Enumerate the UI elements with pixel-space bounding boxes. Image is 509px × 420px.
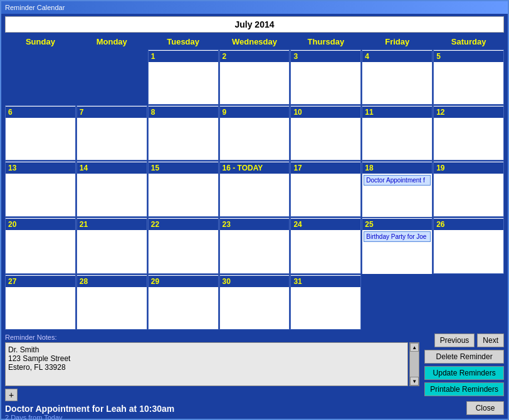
cal-cell[interactable]: 25Birthday Party for Joe bbox=[362, 218, 433, 274]
day-header-tuesday: Tuesday bbox=[148, 35, 219, 48]
reminder-section: Reminder Notes: ▲ ▼ + Doctor Appointment… bbox=[5, 333, 419, 420]
cell-date-9: 9 bbox=[220, 107, 290, 118]
cal-cell[interactable]: 23 bbox=[219, 218, 290, 274]
reminder-info: Doctor Appointment for Leah at 10:30am 2… bbox=[5, 404, 419, 420]
cal-cell[interactable]: 27 bbox=[5, 275, 76, 330]
cell-body bbox=[434, 118, 503, 159]
bottom-area: Reminder Notes: ▲ ▼ + Doctor Appointment… bbox=[1, 331, 508, 419]
cell-body bbox=[149, 62, 218, 103]
cell-date-10: 10 bbox=[291, 107, 360, 118]
cell-body bbox=[434, 230, 503, 273]
cell-body bbox=[434, 174, 503, 216]
cell-date-14: 14 bbox=[77, 162, 147, 174]
cell-body bbox=[77, 174, 147, 216]
cell-date-28: 28 bbox=[77, 276, 147, 287]
cell-date-2: 2 bbox=[220, 51, 290, 62]
window-title: Reminder Calendar bbox=[5, 4, 65, 11]
reminder-textarea[interactable] bbox=[5, 342, 408, 386]
event-item[interactable]: Birthday Party for Joe bbox=[364, 231, 431, 242]
cell-date-19: 19 bbox=[434, 162, 503, 174]
nav-row: Previous Next bbox=[424, 333, 504, 347]
cal-cell[interactable] bbox=[5, 50, 76, 105]
cal-cell[interactable] bbox=[76, 50, 147, 105]
cal-cell[interactable]: 22 bbox=[148, 218, 219, 274]
cal-cell[interactable]: 21 bbox=[76, 218, 147, 274]
printable-button[interactable]: Printable Reminders bbox=[424, 382, 504, 396]
scroll-up-arrow[interactable]: ▲ bbox=[410, 343, 419, 352]
cal-cell[interactable]: 26 bbox=[433, 218, 504, 274]
cal-cell[interactable]: 3 bbox=[290, 50, 361, 105]
delete-button[interactable]: Delete Reminder bbox=[424, 350, 504, 364]
cal-cell[interactable]: 7 bbox=[76, 105, 147, 160]
next-button[interactable]: Next bbox=[477, 333, 504, 347]
cal-cell[interactable]: 18Doctor Appointment f bbox=[362, 161, 433, 218]
cal-cell[interactable]: 15 bbox=[148, 161, 219, 218]
cell-body bbox=[77, 287, 147, 328]
cal-cell[interactable]: 9 bbox=[219, 105, 290, 160]
day-header-monday: Monday bbox=[76, 35, 147, 48]
calendar-grid: 12345678910111213141516 - TODAY1718Docto… bbox=[5, 50, 504, 330]
cell-date-25: 25 bbox=[362, 219, 432, 230]
cal-cell[interactable]: 8 bbox=[148, 105, 219, 160]
cell-body bbox=[220, 174, 290, 216]
cal-cell[interactable]: 4 bbox=[362, 50, 433, 105]
event-item[interactable]: Doctor Appointment f bbox=[364, 175, 431, 186]
cell-date-29: 29 bbox=[149, 276, 218, 287]
cal-cell[interactable]: 2 bbox=[219, 50, 290, 105]
cal-cell[interactable]: 12 bbox=[433, 105, 504, 160]
day-header-saturday: Saturday bbox=[433, 35, 504, 48]
cell-body bbox=[220, 287, 290, 328]
cell-body bbox=[6, 287, 75, 328]
cell-date-4: 4 bbox=[362, 51, 432, 62]
cal-cell[interactable]: 29 bbox=[148, 275, 219, 330]
cal-cell[interactable] bbox=[362, 275, 433, 330]
cell-date-23: 23 bbox=[220, 219, 290, 230]
main-window: Reminder Calendar July 2014 SundayMonday… bbox=[0, 0, 509, 420]
cell-date-20: 20 bbox=[6, 219, 75, 230]
cell-body bbox=[362, 62, 432, 103]
cell-date-16 - TODAY: 16 - TODAY bbox=[220, 162, 290, 174]
cell-body bbox=[220, 230, 290, 273]
reminder-box-wrapper: ▲ ▼ bbox=[5, 342, 419, 386]
cell-date-22: 22 bbox=[149, 219, 218, 230]
cal-cell[interactable]: 19 bbox=[433, 161, 504, 218]
cell-body bbox=[6, 174, 75, 216]
cal-cell[interactable]: 16 - TODAY bbox=[219, 161, 290, 218]
cal-cell[interactable]: 6 bbox=[5, 105, 76, 160]
cal-cell[interactable]: 13 bbox=[5, 161, 76, 218]
cell-body bbox=[149, 174, 218, 216]
cell-date-6: 6 bbox=[6, 107, 75, 118]
calendar-area: July 2014 SundayMondayTuesdayWednesdayTh… bbox=[1, 14, 508, 331]
cell-date-17: 17 bbox=[291, 162, 360, 174]
cal-cell[interactable] bbox=[433, 275, 504, 330]
cal-cell[interactable]: 30 bbox=[219, 275, 290, 330]
add-button[interactable]: + bbox=[5, 389, 18, 401]
cell-date-26: 26 bbox=[434, 219, 503, 230]
day-header-friday: Friday bbox=[362, 35, 433, 48]
cal-cell[interactable]: 24 bbox=[290, 218, 361, 274]
scroll-down-arrow[interactable]: ▼ bbox=[410, 377, 419, 386]
cal-cell[interactable]: 5 bbox=[433, 50, 504, 105]
previous-button[interactable]: Previous bbox=[434, 333, 475, 347]
cal-cell[interactable]: 17 bbox=[290, 161, 361, 218]
update-button[interactable]: Update Reminders bbox=[424, 366, 504, 380]
cal-cell[interactable]: 11 bbox=[362, 105, 433, 160]
cell-body bbox=[362, 118, 432, 159]
close-button[interactable]: Close bbox=[466, 401, 504, 415]
cell-body bbox=[6, 230, 75, 273]
cell-body bbox=[291, 287, 360, 328]
cell-date-8: 8 bbox=[149, 107, 218, 118]
cal-cell[interactable]: 14 bbox=[76, 161, 147, 218]
cell-body: Birthday Party for Joe bbox=[362, 231, 432, 274]
cell-date-5: 5 bbox=[434, 51, 503, 62]
month-header: July 2014 bbox=[5, 16, 504, 33]
cal-cell[interactable]: 1 bbox=[148, 50, 219, 105]
cell-body bbox=[220, 62, 290, 103]
cell-body bbox=[6, 118, 75, 159]
cell-body bbox=[291, 230, 360, 273]
cal-cell[interactable]: 28 bbox=[76, 275, 147, 330]
day-header-sunday: Sunday bbox=[5, 35, 76, 48]
cal-cell[interactable]: 10 bbox=[290, 105, 361, 160]
cal-cell[interactable]: 31 bbox=[290, 275, 361, 330]
cal-cell[interactable]: 20 bbox=[5, 218, 76, 274]
